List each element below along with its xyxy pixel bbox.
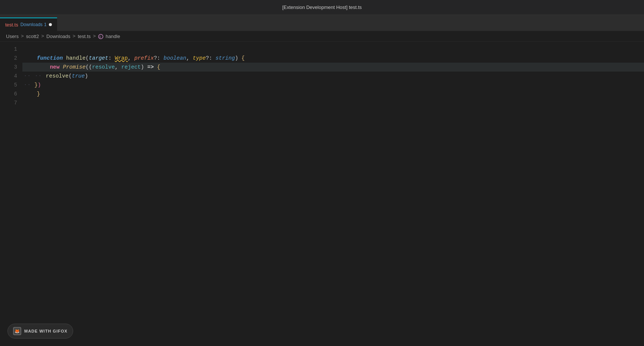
line-num-1: 1 <box>14 45 17 54</box>
code-line-4: ·· ·· resolve ( true ) <box>22 72 644 81</box>
line-num-7: 7 <box>14 98 17 107</box>
tab-badge: Downloads 1 <box>21 22 47 27</box>
gifox-badge: 🦊 MADE WITH GIFOX <box>7 324 73 339</box>
tab-filename: test.ts <box>5 22 18 28</box>
gifox-label: MADE WITH GIFOX <box>24 329 68 333</box>
tab-badge-label: Downloads <box>21 22 43 27</box>
line-num-4: 4 <box>14 72 17 81</box>
tab-test-ts[interactable]: test.ts Downloads 1 <box>0 18 57 31</box>
breadcrumb-sep-4: > <box>93 34 96 39</box>
gifox-icon: 🦊 <box>13 327 21 335</box>
line-num-5: 5 <box>14 81 17 89</box>
tab-badge-count: 1 <box>44 22 47 27</box>
breadcrumb-file[interactable]: test.ts <box>78 34 91 39</box>
code-line-3: new Promise (( resolve , reject ) => { <box>22 63 644 72</box>
breadcrumb-users[interactable]: Users <box>6 34 19 39</box>
code-line-2: function handle ( target : Wrap , prefix… <box>22 54 644 63</box>
breadcrumb: Users > scott2 > Downloads > test.ts > E… <box>0 31 644 42</box>
line-num-3: 3 <box>14 63 17 72</box>
breadcrumb-sep-2: > <box>41 34 44 39</box>
code-line-5: ·· } ) <box>22 81 644 89</box>
symbol-icon: E <box>98 34 103 39</box>
code-line-7 <box>22 98 644 107</box>
line-num-6: 6 <box>14 89 17 98</box>
tab-bar: test.ts Downloads 1 <box>0 15 644 31</box>
window-title: [Extension Development Host] test.ts <box>282 4 362 10</box>
code-line-1 <box>22 45 644 54</box>
line-num-2: 2 <box>14 54 17 63</box>
line-numbers: 1 2 3 4 5 6 7 <box>0 42 22 346</box>
code-area[interactable]: function handle ( target : Wrap , prefix… <box>22 42 644 346</box>
tab-unsaved-dot <box>49 23 52 26</box>
breadcrumb-sep-1: > <box>21 34 24 39</box>
breadcrumb-downloads[interactable]: Downloads <box>46 34 70 39</box>
breadcrumb-handle[interactable]: handle <box>106 34 120 39</box>
editor: 1 2 3 4 5 6 7 function handle ( target :… <box>0 42 644 346</box>
breadcrumb-sep-3: > <box>73 34 76 39</box>
breadcrumb-scott2[interactable]: scott2 <box>26 34 39 39</box>
title-bar: [Extension Development Host] test.ts <box>0 0 644 15</box>
code-line-6: } <box>22 89 644 98</box>
svg-text:🦊: 🦊 <box>15 328 20 334</box>
svg-text:E: E <box>99 35 101 38</box>
